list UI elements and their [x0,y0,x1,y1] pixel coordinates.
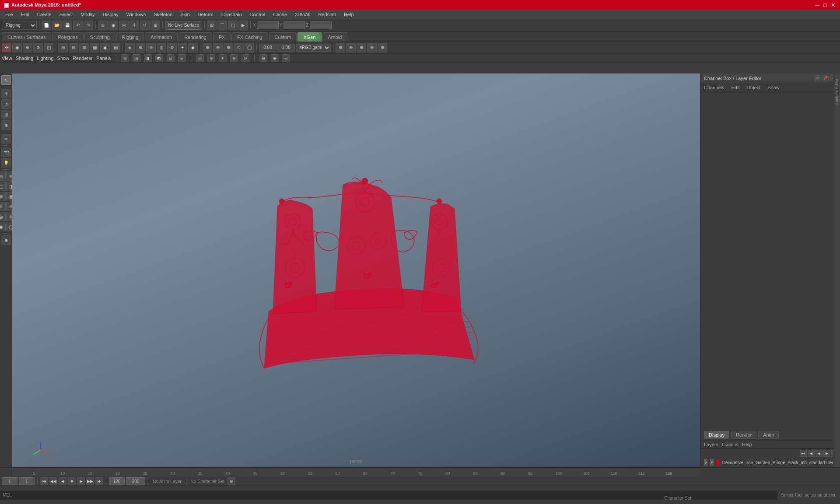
nav-prev2[interactable]: ◀ [816,450,822,457]
view-tool-14[interactable]: ◎ [282,54,290,62]
title-bar-controls[interactable]: ─ □ ✕ [814,1,836,8]
tool-icon-22[interactable]: ⊙ [234,43,244,52]
tab-polygons[interactable]: Polygons [52,32,83,42]
tool-icon-12[interactable]: ◈ [125,43,135,52]
menu-control[interactable]: Control [246,11,269,18]
tool-icon-14[interactable]: ⊛ [146,43,156,52]
tool-icon-26[interactable]: ⊕ [357,43,366,52]
tool-icon-8[interactable]: ⊠ [79,43,89,52]
timeline-current-input[interactable] [19,477,35,485]
tab-curves-surfaces[interactable]: Curves / Surfaces [2,32,51,42]
tool-icon-28[interactable]: ⊕ [378,43,387,52]
view-tool-13[interactable]: ◉ [271,54,279,62]
channel-tab-channels[interactable]: Channels [704,85,724,90]
display-tab-display[interactable]: Display [704,431,729,439]
menu-select[interactable]: Select [56,11,77,18]
tab-fx-caching[interactable]: FX Caching [231,32,268,42]
menu-constrain[interactable]: Constrain [218,11,245,18]
scale-tool-btn[interactable]: ⊞ [150,21,160,30]
camera-btn[interactable]: 📷 [1,147,11,157]
tab-custom[interactable]: Custom [269,32,297,42]
playback-skip-end[interactable]: ⏭ [95,477,103,485]
tool-icon-18[interactable]: ◆ [188,43,198,52]
left-tool-g9[interactable]: ◎ [0,212,6,221]
tool-icon-13[interactable]: ⊕ [136,43,145,52]
menu-cache[interactable]: Cache [270,11,290,18]
channel-tab-show[interactable]: Show [767,85,780,90]
redo-btn[interactable]: ↷ [84,21,93,30]
view-tool-7[interactable]: ◎ [196,54,204,62]
timeline-start-input[interactable] [2,477,18,485]
playback-next-frame[interactable]: ▶▶ [86,477,94,485]
sub-shading[interactable]: Shading [16,56,33,61]
menu-display[interactable]: Display [99,11,122,18]
save-file-btn[interactable]: 💾 [63,21,72,30]
x-coord-input[interactable] [257,21,279,29]
tool-icon-15[interactable]: ◎ [157,43,166,52]
tool-icon-19[interactable]: ⊕ [203,43,212,52]
mel-command-input[interactable] [18,491,775,499]
tab-rendering[interactable]: Rendering [178,32,212,42]
move-tool-btn[interactable]: ✛ [130,21,139,30]
playback-skip-start[interactable]: ⏮ [40,477,48,485]
tool-icon-16[interactable]: ⊗ [167,43,177,52]
menu-skeleton[interactable]: Skeleton [150,11,176,18]
value-input-2[interactable] [277,44,295,52]
layer-p-btn[interactable]: P [710,459,714,466]
menu-skin[interactable]: Skin [177,11,193,18]
tool-icon-6[interactable]: ⊞ [58,43,68,52]
undo-btn[interactable]: ↶ [73,21,83,30]
tool-icon-9[interactable]: ▦ [90,43,99,52]
left-tool-bottom[interactable]: ⊕ [1,235,11,245]
playback-play-back[interactable]: ◀ [59,477,66,485]
value-input-1[interactable] [259,44,276,52]
paint-tool-btn[interactable]: ◎ [119,21,129,30]
no-live-surface-btn[interactable]: No Live Surface [165,21,202,30]
tool-icon-17[interactable]: ✦ [178,43,187,52]
tool-icon-1[interactable]: ✛ [2,43,11,52]
lasso-tool-btn[interactable]: ◉ [108,21,118,30]
playback-play-fwd[interactable]: ▶ [77,477,85,485]
left-tool-g3[interactable]: ◫ [0,182,6,191]
channel-tab-edit[interactable]: Edit [731,85,739,90]
viewport[interactable]: .bench-stroke { stroke: #cc1133; stroke-… [12,74,700,467]
sub-lighting[interactable]: Lighting [37,56,54,61]
tool-icon-23[interactable]: ◯ [245,43,254,52]
y-coord-input[interactable] [284,21,305,29]
view-tool-9[interactable]: ✦ [219,54,227,62]
select-tool-btn[interactable]: ⊕ [98,21,108,30]
tab-arnold[interactable]: Arnold [322,32,348,42]
char-set-btn[interactable]: ⊕ [228,477,235,485]
workspace-dropdown[interactable]: Rigging [2,21,37,30]
tool-icon-3[interactable]: ⊕ [23,43,32,52]
timeline-end-input[interactable] [109,477,125,485]
tool-icon-11[interactable]: ▤ [111,43,120,52]
sub-renderer[interactable]: Renderer [73,56,93,61]
menu-edit[interactable]: Edit [18,11,33,18]
left-tool-g11[interactable]: ◉ [0,222,6,231]
maximize-button[interactable]: □ [822,1,829,8]
z-coord-input[interactable] [310,21,332,29]
render-tab-layers[interactable]: Layers [704,442,718,447]
menu-modify[interactable]: Modify [77,11,98,18]
rotate-btn[interactable]: ↺ [1,99,11,109]
rotate-tool-btn[interactable]: ↺ [140,21,150,30]
view-tool-2[interactable]: ◫ [133,54,140,62]
view-tool-10[interactable]: ⊗ [230,54,238,62]
tab-animation[interactable]: Animation [145,32,178,42]
snap-grid-btn[interactable]: ⊞ [207,21,217,30]
view-tool-6[interactable]: ⊟ [178,54,186,62]
minimize-button[interactable]: ─ [814,1,821,8]
view-tool-5[interactable]: ⊡ [167,54,175,62]
snap-curve-btn[interactable]: ⌒ [217,21,227,30]
tool-icon-2[interactable]: ◉ [12,43,22,52]
tool-icon-25[interactable]: ⊕ [346,43,356,52]
gamma-dropdown[interactable]: sRGB gamma [296,44,331,52]
menu-3dtall[interactable]: 3DtoAll [291,11,314,18]
sub-panels[interactable]: Panels [96,56,111,61]
left-tool-g5[interactable]: ⊠ [0,192,6,201]
menu-windows[interactable]: Windows [123,11,150,18]
tab-fx[interactable]: FX [213,32,231,42]
select-mode-btn[interactable]: ↖ [1,75,11,85]
render-btn[interactable]: ▶ [238,21,248,30]
